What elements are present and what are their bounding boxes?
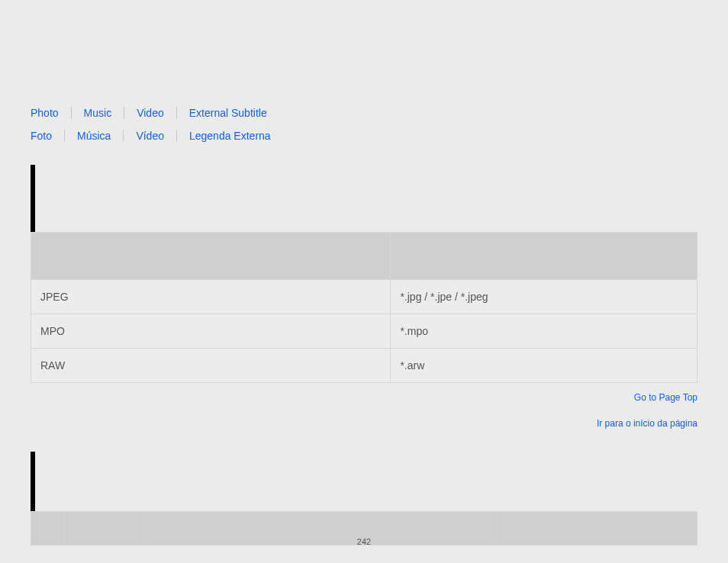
extensions-cell: *.mpo xyxy=(391,314,697,349)
nav-link-extsub-pt[interactable]: Legenda Externa xyxy=(189,130,271,142)
section-heading-bar xyxy=(31,452,697,511)
nav-link-music-pt[interactable]: Música xyxy=(77,130,111,142)
table-row: JPEG *.jpg / *.jpe / *.jpeg xyxy=(31,280,697,314)
nav-link-photo-en[interactable]: Photo xyxy=(31,107,59,119)
table-header-cell xyxy=(391,233,697,280)
extensions-cell: *.arw xyxy=(391,349,697,383)
table-header-cell xyxy=(31,233,391,280)
nav-link-music-en[interactable]: Music xyxy=(84,107,112,119)
extensions-cell: *.jpg / *.jpe / *.jpeg xyxy=(391,280,697,314)
table-row: MPO *.mpo xyxy=(31,314,697,349)
go-to-top-link-pt[interactable]: Ir para o início da página xyxy=(597,418,697,429)
table-row: RAW *.arw xyxy=(31,349,697,383)
format-name-cell: JPEG xyxy=(31,280,391,314)
nav-row-en: Photo Music Video External Subtitle xyxy=(31,107,697,119)
format-name-cell: RAW xyxy=(31,349,391,383)
nav-link-video-en[interactable]: Video xyxy=(137,107,164,119)
nav-link-video-pt[interactable]: Vídeo xyxy=(136,130,164,142)
format-name-cell: MPO xyxy=(31,314,391,349)
page-number: 242 xyxy=(0,537,728,546)
nav-row-pt: Foto Música Vídeo Legenda Externa xyxy=(31,130,697,142)
nav-link-photo-pt[interactable]: Foto xyxy=(31,130,52,142)
photo-formats-table: JPEG *.jpg / *.jpe / *.jpeg MPO *.mpo RA… xyxy=(31,232,697,383)
section-heading-bar xyxy=(31,165,697,232)
go-to-top-link-en[interactable]: Go to Page Top xyxy=(634,392,697,403)
table-header-row xyxy=(31,233,697,280)
nav-link-extsub-en[interactable]: External Subtitle xyxy=(189,107,267,119)
